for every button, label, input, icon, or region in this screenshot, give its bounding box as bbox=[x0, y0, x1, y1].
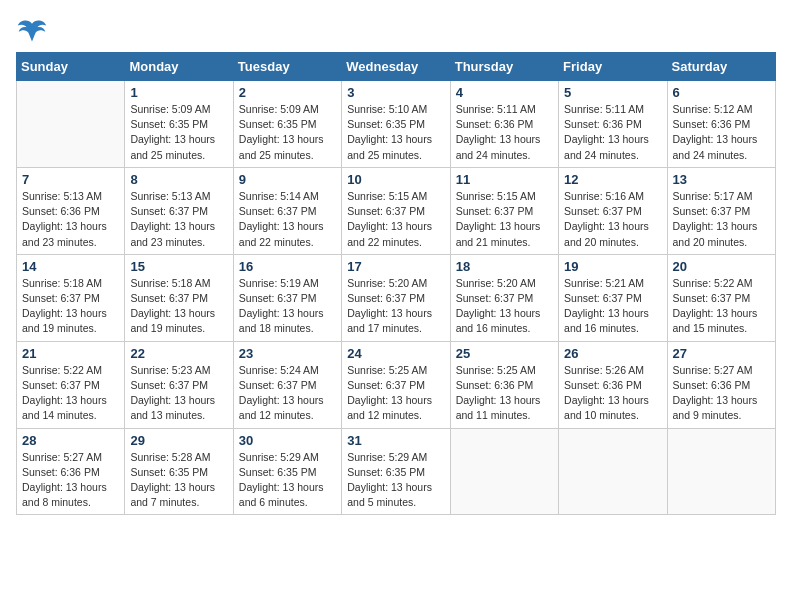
day-number: 2 bbox=[239, 85, 336, 100]
column-header-wednesday: Wednesday bbox=[342, 53, 450, 81]
page-header bbox=[16, 16, 776, 44]
day-info: Sunrise: 5:29 AM Sunset: 6:35 PM Dayligh… bbox=[239, 450, 336, 511]
calendar-week-row: 28Sunrise: 5:27 AM Sunset: 6:36 PM Dayli… bbox=[17, 428, 776, 515]
calendar-cell: 29Sunrise: 5:28 AM Sunset: 6:35 PM Dayli… bbox=[125, 428, 233, 515]
day-info: Sunrise: 5:28 AM Sunset: 6:35 PM Dayligh… bbox=[130, 450, 227, 511]
logo-icon bbox=[16, 16, 48, 44]
day-number: 3 bbox=[347, 85, 444, 100]
calendar-cell: 28Sunrise: 5:27 AM Sunset: 6:36 PM Dayli… bbox=[17, 428, 125, 515]
calendar-cell: 30Sunrise: 5:29 AM Sunset: 6:35 PM Dayli… bbox=[233, 428, 341, 515]
day-number: 7 bbox=[22, 172, 119, 187]
day-info: Sunrise: 5:27 AM Sunset: 6:36 PM Dayligh… bbox=[22, 450, 119, 511]
day-number: 22 bbox=[130, 346, 227, 361]
day-number: 21 bbox=[22, 346, 119, 361]
column-header-saturday: Saturday bbox=[667, 53, 775, 81]
day-info: Sunrise: 5:25 AM Sunset: 6:36 PM Dayligh… bbox=[456, 363, 553, 424]
calendar-cell: 6Sunrise: 5:12 AM Sunset: 6:36 PM Daylig… bbox=[667, 81, 775, 168]
column-header-sunday: Sunday bbox=[17, 53, 125, 81]
day-info: Sunrise: 5:09 AM Sunset: 6:35 PM Dayligh… bbox=[239, 102, 336, 163]
column-header-tuesday: Tuesday bbox=[233, 53, 341, 81]
calendar-cell: 5Sunrise: 5:11 AM Sunset: 6:36 PM Daylig… bbox=[559, 81, 667, 168]
day-info: Sunrise: 5:23 AM Sunset: 6:37 PM Dayligh… bbox=[130, 363, 227, 424]
day-info: Sunrise: 5:22 AM Sunset: 6:37 PM Dayligh… bbox=[673, 276, 770, 337]
day-number: 25 bbox=[456, 346, 553, 361]
calendar-cell: 25Sunrise: 5:25 AM Sunset: 6:36 PM Dayli… bbox=[450, 341, 558, 428]
calendar-cell: 16Sunrise: 5:19 AM Sunset: 6:37 PM Dayli… bbox=[233, 254, 341, 341]
day-number: 9 bbox=[239, 172, 336, 187]
day-number: 27 bbox=[673, 346, 770, 361]
logo bbox=[16, 16, 52, 44]
calendar-cell: 14Sunrise: 5:18 AM Sunset: 6:37 PM Dayli… bbox=[17, 254, 125, 341]
day-number: 17 bbox=[347, 259, 444, 274]
day-info: Sunrise: 5:27 AM Sunset: 6:36 PM Dayligh… bbox=[673, 363, 770, 424]
column-header-friday: Friday bbox=[559, 53, 667, 81]
calendar-cell: 21Sunrise: 5:22 AM Sunset: 6:37 PM Dayli… bbox=[17, 341, 125, 428]
day-info: Sunrise: 5:16 AM Sunset: 6:37 PM Dayligh… bbox=[564, 189, 661, 250]
day-number: 6 bbox=[673, 85, 770, 100]
calendar-week-row: 1Sunrise: 5:09 AM Sunset: 6:35 PM Daylig… bbox=[17, 81, 776, 168]
day-number: 23 bbox=[239, 346, 336, 361]
day-number: 11 bbox=[456, 172, 553, 187]
day-info: Sunrise: 5:11 AM Sunset: 6:36 PM Dayligh… bbox=[564, 102, 661, 163]
calendar-cell: 31Sunrise: 5:29 AM Sunset: 6:35 PM Dayli… bbox=[342, 428, 450, 515]
calendar-cell: 13Sunrise: 5:17 AM Sunset: 6:37 PM Dayli… bbox=[667, 167, 775, 254]
column-header-monday: Monday bbox=[125, 53, 233, 81]
calendar-cell: 11Sunrise: 5:15 AM Sunset: 6:37 PM Dayli… bbox=[450, 167, 558, 254]
calendar-cell: 17Sunrise: 5:20 AM Sunset: 6:37 PM Dayli… bbox=[342, 254, 450, 341]
day-number: 12 bbox=[564, 172, 661, 187]
day-number: 15 bbox=[130, 259, 227, 274]
calendar-table: SundayMondayTuesdayWednesdayThursdayFrid… bbox=[16, 52, 776, 515]
calendar-cell: 23Sunrise: 5:24 AM Sunset: 6:37 PM Dayli… bbox=[233, 341, 341, 428]
calendar-cell: 24Sunrise: 5:25 AM Sunset: 6:37 PM Dayli… bbox=[342, 341, 450, 428]
calendar-cell bbox=[450, 428, 558, 515]
calendar-cell: 20Sunrise: 5:22 AM Sunset: 6:37 PM Dayli… bbox=[667, 254, 775, 341]
day-number: 31 bbox=[347, 433, 444, 448]
calendar-cell: 15Sunrise: 5:18 AM Sunset: 6:37 PM Dayli… bbox=[125, 254, 233, 341]
day-info: Sunrise: 5:15 AM Sunset: 6:37 PM Dayligh… bbox=[456, 189, 553, 250]
day-number: 20 bbox=[673, 259, 770, 274]
calendar-cell: 4Sunrise: 5:11 AM Sunset: 6:36 PM Daylig… bbox=[450, 81, 558, 168]
calendar-cell: 10Sunrise: 5:15 AM Sunset: 6:37 PM Dayli… bbox=[342, 167, 450, 254]
day-number: 18 bbox=[456, 259, 553, 274]
day-number: 28 bbox=[22, 433, 119, 448]
calendar-week-row: 21Sunrise: 5:22 AM Sunset: 6:37 PM Dayli… bbox=[17, 341, 776, 428]
calendar-cell: 9Sunrise: 5:14 AM Sunset: 6:37 PM Daylig… bbox=[233, 167, 341, 254]
day-info: Sunrise: 5:19 AM Sunset: 6:37 PM Dayligh… bbox=[239, 276, 336, 337]
day-info: Sunrise: 5:24 AM Sunset: 6:37 PM Dayligh… bbox=[239, 363, 336, 424]
column-header-thursday: Thursday bbox=[450, 53, 558, 81]
calendar-cell: 27Sunrise: 5:27 AM Sunset: 6:36 PM Dayli… bbox=[667, 341, 775, 428]
day-info: Sunrise: 5:20 AM Sunset: 6:37 PM Dayligh… bbox=[347, 276, 444, 337]
day-number: 30 bbox=[239, 433, 336, 448]
calendar-cell: 18Sunrise: 5:20 AM Sunset: 6:37 PM Dayli… bbox=[450, 254, 558, 341]
calendar-cell: 7Sunrise: 5:13 AM Sunset: 6:36 PM Daylig… bbox=[17, 167, 125, 254]
day-number: 14 bbox=[22, 259, 119, 274]
day-number: 4 bbox=[456, 85, 553, 100]
calendar-cell: 1Sunrise: 5:09 AM Sunset: 6:35 PM Daylig… bbox=[125, 81, 233, 168]
day-info: Sunrise: 5:10 AM Sunset: 6:35 PM Dayligh… bbox=[347, 102, 444, 163]
day-number: 13 bbox=[673, 172, 770, 187]
calendar-week-row: 14Sunrise: 5:18 AM Sunset: 6:37 PM Dayli… bbox=[17, 254, 776, 341]
day-number: 8 bbox=[130, 172, 227, 187]
day-info: Sunrise: 5:20 AM Sunset: 6:37 PM Dayligh… bbox=[456, 276, 553, 337]
day-number: 5 bbox=[564, 85, 661, 100]
calendar-cell bbox=[559, 428, 667, 515]
calendar-cell: 19Sunrise: 5:21 AM Sunset: 6:37 PM Dayli… bbox=[559, 254, 667, 341]
calendar-cell: 26Sunrise: 5:26 AM Sunset: 6:36 PM Dayli… bbox=[559, 341, 667, 428]
calendar-cell bbox=[667, 428, 775, 515]
calendar-cell: 3Sunrise: 5:10 AM Sunset: 6:35 PM Daylig… bbox=[342, 81, 450, 168]
calendar-cell: 22Sunrise: 5:23 AM Sunset: 6:37 PM Dayli… bbox=[125, 341, 233, 428]
day-info: Sunrise: 5:13 AM Sunset: 6:37 PM Dayligh… bbox=[130, 189, 227, 250]
day-info: Sunrise: 5:21 AM Sunset: 6:37 PM Dayligh… bbox=[564, 276, 661, 337]
calendar-cell: 8Sunrise: 5:13 AM Sunset: 6:37 PM Daylig… bbox=[125, 167, 233, 254]
day-info: Sunrise: 5:17 AM Sunset: 6:37 PM Dayligh… bbox=[673, 189, 770, 250]
day-info: Sunrise: 5:15 AM Sunset: 6:37 PM Dayligh… bbox=[347, 189, 444, 250]
day-info: Sunrise: 5:29 AM Sunset: 6:35 PM Dayligh… bbox=[347, 450, 444, 511]
day-info: Sunrise: 5:12 AM Sunset: 6:36 PM Dayligh… bbox=[673, 102, 770, 163]
day-info: Sunrise: 5:11 AM Sunset: 6:36 PM Dayligh… bbox=[456, 102, 553, 163]
calendar-cell: 12Sunrise: 5:16 AM Sunset: 6:37 PM Dayli… bbox=[559, 167, 667, 254]
calendar-week-row: 7Sunrise: 5:13 AM Sunset: 6:36 PM Daylig… bbox=[17, 167, 776, 254]
day-info: Sunrise: 5:26 AM Sunset: 6:36 PM Dayligh… bbox=[564, 363, 661, 424]
day-info: Sunrise: 5:13 AM Sunset: 6:36 PM Dayligh… bbox=[22, 189, 119, 250]
day-info: Sunrise: 5:18 AM Sunset: 6:37 PM Dayligh… bbox=[130, 276, 227, 337]
day-number: 19 bbox=[564, 259, 661, 274]
